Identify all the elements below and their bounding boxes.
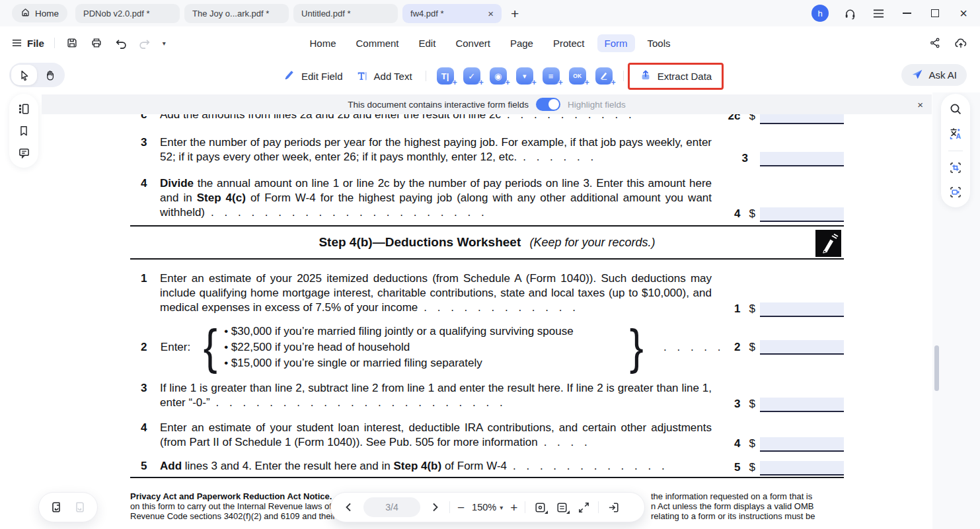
avatar[interactable]: h — [811, 5, 829, 22]
divider — [623, 71, 624, 81]
hand-tool-button[interactable] — [37, 65, 63, 85]
signature-pencil-icon[interactable] — [815, 230, 841, 257]
add-text-button[interactable]: Add Text — [356, 70, 412, 82]
presentation-mode-icon[interactable] — [606, 500, 621, 514]
cloud-upload-icon[interactable] — [954, 36, 968, 50]
radio-button-tool[interactable]: ◉+ — [490, 67, 507, 85]
text-field-tool-glyph: T| — [441, 71, 449, 81]
extract-data-button[interactable]: Extract Data — [640, 69, 712, 83]
worksheet-row-4: 4Divide the annual amount on line 1 or l… — [130, 176, 844, 220]
rotate-page-left-icon[interactable] — [49, 500, 63, 514]
page-layout-icon[interactable] — [554, 500, 569, 514]
extract-data-icon — [640, 69, 652, 83]
divider — [449, 501, 450, 513]
dollar-sign: $ — [749, 437, 755, 451]
highlight-fields-toggle[interactable] — [536, 98, 560, 111]
zoom-out-icon[interactable]: − — [457, 501, 465, 514]
entry-number: 5 — [721, 460, 741, 476]
dollar-sign: $ — [749, 302, 755, 316]
previous-page-icon[interactable] — [342, 500, 356, 514]
edit-field-button[interactable]: Edit Field — [283, 69, 343, 83]
rotate-page-right-icon[interactable] — [73, 500, 87, 514]
leader-dots: . . . . — [538, 436, 587, 448]
maximize-button[interactable] — [928, 6, 942, 20]
print-icon[interactable] — [89, 36, 104, 50]
close-window-button[interactable]: × — [956, 6, 971, 20]
form-field-input[interactable] — [760, 152, 844, 166]
undo-icon[interactable] — [114, 36, 128, 50]
select-cursor-button[interactable] — [11, 65, 37, 85]
form-field-input[interactable] — [760, 398, 844, 412]
form-field-input[interactable] — [760, 437, 844, 452]
menu-tools[interactable]: Tools — [640, 34, 677, 52]
footer-line: n Act unless the form displays a valid O… — [651, 501, 824, 511]
share-icon[interactable] — [928, 36, 942, 50]
zoom-in-icon[interactable]: + — [510, 501, 517, 514]
menu-protect[interactable]: Protect — [546, 34, 592, 52]
list-box-tool[interactable]: ≡+ — [543, 67, 560, 85]
new-tab-button[interactable]: + — [511, 7, 519, 20]
document-tab[interactable]: The Joy o...ark.pdf * — [184, 4, 289, 23]
document-tab[interactable]: PDNob v2.0.pdf * — [75, 4, 180, 23]
footer-bold-text: Privacy Act and Paperwork Reduction Act … — [130, 491, 332, 501]
bookmarks-icon[interactable] — [17, 123, 31, 138]
worksheet-row-3: 3If line 1 is greater than line 2, subtr… — [130, 381, 844, 410]
notification-close-icon[interactable]: × — [917, 94, 923, 114]
home-button[interactable]: Home — [12, 4, 67, 22]
line-number: 4 — [141, 421, 158, 435]
checkbox-field-tool[interactable]: ✓+ — [463, 67, 480, 85]
home-button-label: Home — [35, 9, 59, 18]
next-page-icon[interactable] — [428, 500, 442, 514]
zoom-level-select[interactable]: 150% ▾ — [472, 502, 503, 512]
ask-ai-label: Ask AI — [928, 69, 957, 81]
leader-dots: . . . . . . . . . . . . . . . . . . . . … — [205, 206, 484, 219]
screen-record-icon[interactable] — [948, 185, 963, 199]
tab-close-icon[interactable]: × — [488, 9, 494, 18]
translate-icon[interactable]: A — [948, 126, 963, 141]
read-mode-icon[interactable] — [533, 500, 547, 514]
form-field-input[interactable] — [760, 207, 844, 222]
file-menu[interactable]: File — [12, 38, 44, 49]
text-segment: Step 4(c) — [197, 192, 246, 204]
rotate-dock — [38, 492, 98, 522]
search-icon[interactable] — [948, 102, 963, 116]
menu-comment[interactable]: Comment — [348, 34, 406, 52]
zoom-level-value: 150% — [472, 502, 496, 512]
vertical-scrollbar-thumb[interactable] — [934, 345, 939, 391]
text-segment: lines 3 and 4. Enter the result here and… — [182, 460, 393, 472]
form-field-input[interactable] — [760, 340, 844, 355]
ask-ai-button[interactable]: Ask AI — [901, 64, 967, 86]
menu-home[interactable]: Home — [302, 34, 343, 52]
screenshot-capture-icon[interactable] — [948, 160, 963, 175]
form-field-input[interactable] — [760, 461, 844, 476]
edit-field-pencil-icon — [283, 69, 295, 83]
plus-badge: + — [453, 78, 457, 87]
leader-dots: . . . . . . . . . . . . — [507, 460, 665, 472]
extract-data-highlight-annotation: Extract Data — [628, 63, 724, 90]
more-actions-caret-icon[interactable]: ▾ — [163, 40, 166, 47]
save-icon[interactable] — [65, 36, 79, 50]
menu-convert[interactable]: Convert — [448, 34, 498, 52]
minimize-button[interactable] — [899, 6, 914, 20]
menu-edit[interactable]: Edit — [412, 34, 443, 52]
page-indicator[interactable]: 3/4 — [363, 497, 420, 517]
app-menu-icon[interactable] — [871, 6, 886, 20]
fullscreen-icon[interactable] — [576, 500, 591, 514]
menu-form[interactable]: Form — [597, 34, 634, 52]
footer-text: Revenue Code sections 3402(f)(2) and 610… — [130, 511, 350, 521]
support-headset-icon[interactable] — [843, 6, 857, 20]
tab-strip: PDNob v2.0.pdf *The Joy o...ark.pdf *Unt… — [75, 4, 502, 23]
comments-icon[interactable] — [17, 146, 31, 160]
form-field-input[interactable] — [760, 302, 844, 317]
push-button-tool[interactable]: OK+ — [569, 67, 586, 85]
signature-field-tool[interactable]: + — [595, 67, 613, 85]
entry-group: 5$ — [721, 460, 844, 476]
document-tab[interactable]: Untitled.pdf * — [293, 4, 398, 23]
page-thumbnails-icon[interactable] — [17, 102, 31, 116]
menu-page[interactable]: Page — [503, 34, 541, 52]
form-fields-notification: This document contains interactive form … — [42, 94, 932, 114]
document-tab[interactable]: fw4.pdf *× — [402, 4, 502, 23]
text-field-tool[interactable]: T|+ — [437, 67, 454, 85]
dropdown-field-tool[interactable]: ▾+ — [516, 67, 533, 85]
redo-icon[interactable] — [138, 36, 153, 50]
